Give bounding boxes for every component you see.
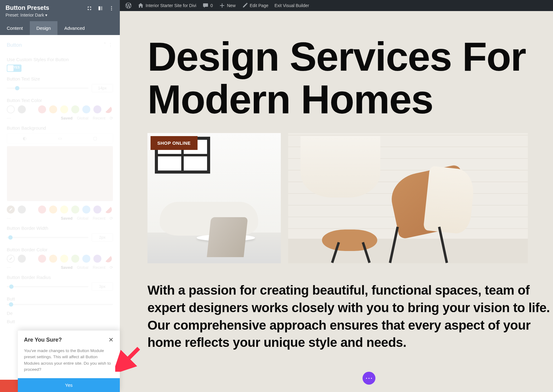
annotation-arrow-icon [115,344,143,373]
chevron-down-icon: ▾ [45,13,47,18]
wordpress-icon [125,2,131,9]
svg-point-3 [111,8,112,9]
intro-paragraph: With a passion for creating beautiful, f… [120,276,553,351]
sidebar-header: Button Presets Preset: Interior Dark ▾ [0,0,120,21]
panel-title: Button Presets [6,4,49,11]
svg-point-2 [111,6,112,7]
svg-rect-0 [99,6,100,10]
exit-vb-link[interactable]: Exit Visual Builder [271,0,312,11]
tab-content[interactable]: Content [0,21,30,35]
cancel-button[interactable] [0,380,18,392]
comment-icon [202,2,209,9]
wp-admin-bar: Interior Starter Site for Divi 0 New Edi… [120,0,553,11]
more-icon[interactable] [109,6,114,11]
svg-line-5 [121,348,139,367]
layout-icon[interactable] [98,6,103,11]
svg-point-4 [111,10,112,10]
settings-sidebar: Button Presets Preset: Interior Dark ▾ C… [0,0,120,392]
confirm-body: You've made changes to the Button Module… [18,346,120,378]
edit-page-label: Edit Page [250,3,269,8]
site-name: Interior Starter Site for Divi [146,3,196,8]
new-link[interactable]: New [216,0,239,11]
confirm-yes-button[interactable]: Yes [18,378,120,392]
new-label: New [227,3,236,8]
close-icon[interactable]: ✕ [108,336,114,343]
confirm-dialog: Are You Sure? ✕ You've made changes to t… [18,331,120,392]
plus-icon [219,2,225,9]
svg-rect-1 [101,6,102,10]
hero-image-2 [288,133,528,263]
wp-logo[interactable] [122,0,135,11]
tab-design[interactable]: Design [30,21,58,35]
edit-page-link[interactable]: Edit Page [239,0,272,11]
exit-vb-label: Exit Visual Builder [274,3,309,8]
preset-selector[interactable]: Preset: Interior Dark ▾ [6,13,49,18]
image-row: SHOP ONLINE [120,133,553,276]
comments-count: 0 [210,3,213,8]
home-icon [138,2,144,9]
site-link[interactable]: Interior Starter Site for Divi [135,0,199,11]
divi-fab[interactable]: ⋯ [363,372,375,385]
shop-online-button[interactable]: SHOP ONLINE [151,136,198,150]
hero-title: Design Services For Modern Homes [120,11,553,133]
pencil-icon [242,2,248,9]
comments-link[interactable]: 0 [199,0,216,11]
page-preview: Design Services For Modern Homes SHOP ON… [120,11,553,392]
dots-icon: ⋯ [365,374,373,382]
expand-icon[interactable] [87,6,92,11]
tab-advanced[interactable]: Advanced [57,21,92,35]
sidebar-tabs: Content Design Advanced [0,21,120,35]
confirm-title: Are You Sure? [24,337,62,343]
hero-image-1: SHOP ONLINE [147,133,281,263]
